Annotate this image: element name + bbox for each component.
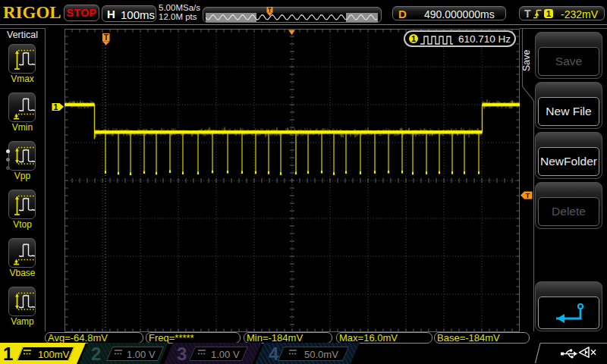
svg-text:T: T xyxy=(526,191,530,199)
svg-text:T: T xyxy=(104,33,109,42)
svg-text:1: 1 xyxy=(54,102,58,111)
